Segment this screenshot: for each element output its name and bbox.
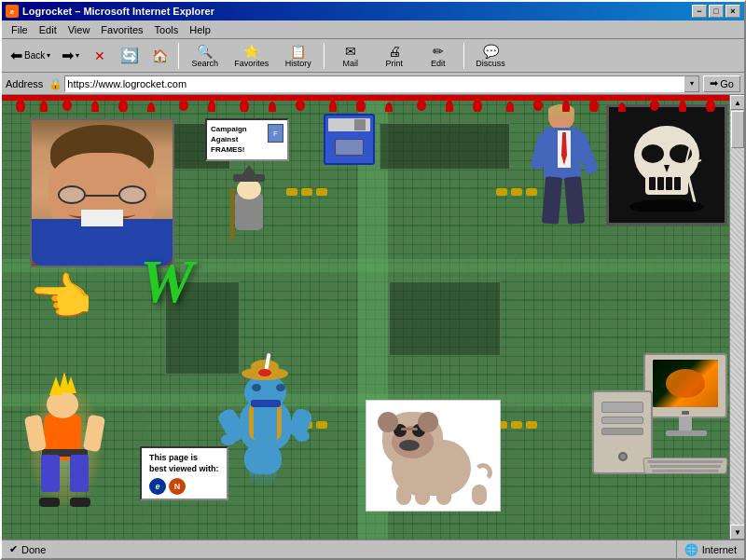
window-icon: e [6,5,19,18]
go-button[interactable]: ➡ Go [703,75,740,92]
svg-rect-33 [674,177,681,190]
back-label: Back [24,50,45,61]
w-letter: W [140,248,194,315]
mail-button[interactable]: ✉ Mail [329,43,371,69]
status-bar: ✔ Done 🌐 Internet [2,540,744,558]
menu-view[interactable]: View [62,22,96,37]
stop-button[interactable]: ✕ [86,43,114,69]
scroll-thumb[interactable] [731,111,744,148]
search-icon: 🔍 [197,44,213,59]
window-controls: − □ × [692,5,740,18]
favorites-label: Favorites [234,59,269,68]
campaign-title: Campaign Against [211,124,265,144]
browser-window: e Logrocket – Microsoft Internet Explore… [0,0,746,560]
back-icon: ⬅ [10,47,22,64]
mail-icon: ✉ [345,44,356,59]
print-icon: 🖨 [388,44,401,59]
print-button[interactable]: 🖨 Print [373,43,415,69]
bill-gates-photo [30,118,174,267]
search-label: Search [191,59,218,68]
discuss-icon: 💬 [483,44,499,59]
forward-button[interactable]: ➡ ▾ [57,43,84,69]
status-done-label: Done [21,544,46,555]
menu-edit[interactable]: Edit [34,22,62,37]
viewed-line1: This page is [149,452,219,464]
status-text: ✔ Done [2,540,677,558]
forward-dropdown-arrow[interactable]: ▾ [76,51,79,60]
title-bar: e Logrocket – Microsoft Internet Explore… [2,2,744,20]
discuss-button[interactable]: 💬 Discuss [469,43,512,69]
scroll-track[interactable] [730,110,744,525]
forward-icon: ➡ [62,47,74,64]
dbz-character [30,386,100,507]
toolbar-separator-1 [178,43,179,69]
discuss-label: Discuss [476,59,505,68]
green-w-letter: W [140,252,194,312]
menu-bar: File Edit View Favorites Tools Help [2,20,744,39]
internet-zone-label: Internet [702,544,737,555]
toolbar-separator-3 [463,43,464,69]
svg-point-38 [629,199,704,212]
history-icon: 📋 [290,44,306,59]
address-dropdown-button[interactable]: ▾ [684,75,699,92]
svg-rect-32 [666,177,672,190]
wizard-character [226,174,272,239]
internet-zone-icon: 🌐 [684,543,698,556]
edit-label: Edit [431,59,446,68]
menu-help[interactable]: Help [184,22,216,37]
genie-character [230,367,305,488]
close-button[interactable]: × [725,5,740,18]
edit-icon: ✏ [433,44,444,59]
page-icon: 🔒 [48,77,62,90]
svg-rect-31 [657,177,664,190]
minimize-button[interactable]: − [692,5,707,18]
content-area: Campaign Against FRAMES! F [2,95,744,540]
refresh-button[interactable]: 🔄 [116,43,144,69]
campaign-subtitle: FRAMES! [211,144,265,155]
menu-tools[interactable]: Tools [149,22,185,37]
menu-file[interactable]: File [6,22,34,37]
viewed-line2: best viewed with: [149,463,219,475]
go-arrow-icon: ➡ [710,77,718,89]
history-button[interactable]: 📋 History [277,43,319,69]
toolbar-separator-2 [324,43,325,69]
viewed-with-badge: This page is best viewed with: e N [140,446,228,500]
pointing-hand-icon: 👉 [30,267,94,328]
favorites-button[interactable]: ⭐ Favorites [228,43,275,69]
status-done-icon: ✔ [9,543,18,555]
home-button[interactable]: 🏠 [145,43,173,69]
mail-label: Mail [342,59,358,68]
vertical-scrollbar[interactable]: ▲ ▼ [729,95,744,540]
scroll-up-button[interactable]: ▲ [730,95,744,110]
svg-rect-30 [649,177,656,190]
back-dropdown-arrow[interactable]: ▾ [47,51,50,60]
go-label: Go [720,78,734,89]
svg-point-27 [642,144,664,163]
address-label: Address [6,78,43,89]
skull-image [606,104,727,225]
toolbar: ⬅ Back ▾ ➡ ▾ ✕ 🔄 🏠 🔍 Search ⭐ Favorites … [2,39,744,73]
address-input[interactable] [64,75,684,92]
favorites-icon: ⭐ [243,44,259,59]
back-button[interactable]: ⬅ Back ▾ [6,43,55,69]
businessman-figure [539,104,590,225]
computer-image [592,353,727,474]
menu-favorites[interactable]: Favorites [95,22,148,37]
status-zone: 🌐 Internet [677,543,744,556]
pointing-hand-image: 👉 [30,267,94,328]
dog-image [366,400,501,512]
floppy-disk [324,114,375,165]
print-label: Print [385,59,403,68]
edit-button[interactable]: ✏ Edit [417,43,459,69]
search-button[interactable]: 🔍 Search [184,43,226,69]
scroll-down-button[interactable]: ▼ [730,525,744,540]
address-bar: Address 🔒 ▾ ➡ Go [2,73,744,95]
history-label: History [285,59,311,68]
window-title: Logrocket – Microsoft Internet Explorer [22,6,692,17]
maximize-button[interactable]: □ [709,5,724,18]
campaign-against-frames: Campaign Against FRAMES! F [205,118,289,161]
